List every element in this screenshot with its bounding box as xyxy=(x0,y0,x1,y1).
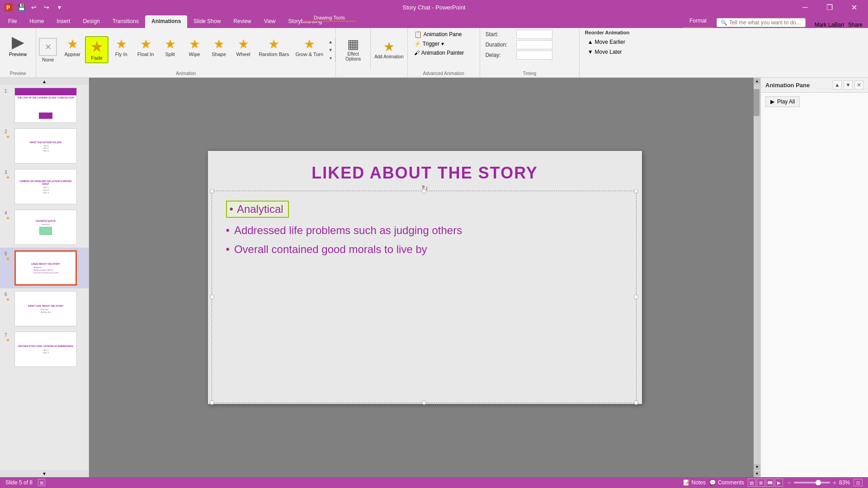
save-icon[interactable]: 💾 xyxy=(16,2,26,12)
tab-slideshow[interactable]: Slide Show xyxy=(187,15,227,28)
anim-fade[interactable]: ★ Fade xyxy=(85,36,108,63)
reading-view-button[interactable]: 📖 xyxy=(766,479,774,487)
preview-label: Preview xyxy=(9,52,27,57)
handle-bl[interactable] xyxy=(210,400,214,405)
scrollbar-thumb[interactable] xyxy=(754,89,760,116)
anim-wheel[interactable]: ★ Wheel xyxy=(231,36,255,59)
tell-me-box[interactable]: 🔍 xyxy=(717,18,806,27)
presenter-view-button[interactable]: ▶ xyxy=(775,479,783,487)
zoom-out-icon[interactable]: － xyxy=(787,479,792,487)
anim-appear[interactable]: ★ Appear xyxy=(61,36,84,59)
anim-split[interactable]: ★ Split xyxy=(158,36,182,59)
title-bar-right: ─ ❐ ✕ xyxy=(795,0,864,14)
slide-thumb-7[interactable]: 7 ★ ANOTHER STORY, SONG, OR MOVIE OF REM… xyxy=(0,329,89,370)
slide-canvas[interactable]: LIKED ABOUT THE STORY ↻ xyxy=(208,151,642,404)
animation-pane-down-btn[interactable]: ▼ xyxy=(844,80,853,89)
anim-float-in[interactable]: ★ Float In xyxy=(134,36,157,59)
redo-icon[interactable]: ↪ xyxy=(42,2,52,12)
play-all-button[interactable]: ▶ Play All xyxy=(765,96,800,107)
tab-view[interactable]: View xyxy=(258,15,282,28)
start-input[interactable] xyxy=(516,30,552,39)
slide-thumb-1[interactable]: 1 THE LADY IN THE LOOKING GLASS: A REFLE… xyxy=(0,85,89,126)
tab-review[interactable]: Review xyxy=(227,15,257,28)
fit-slide-button[interactable]: ⊡ xyxy=(854,479,863,486)
tab-file[interactable]: File xyxy=(2,15,23,28)
preview-button[interactable]: ▶ Preview xyxy=(4,30,32,60)
shape-label: Shape xyxy=(212,52,226,57)
delay-input[interactable] xyxy=(516,51,552,60)
bullet-text-2: Addressed life problems such as judging … xyxy=(234,224,462,237)
minimize-button[interactable]: ─ xyxy=(795,0,816,14)
anim-grow-turn[interactable]: ★ Grow & Turn xyxy=(292,36,326,59)
slide-thumb-4[interactable]: 4 ★ FAVORITE QUOTE quote text xyxy=(0,207,89,248)
handle-bm[interactable] xyxy=(422,400,426,405)
trigger-button[interactable]: ⚡ Trigger ▾ xyxy=(411,40,447,48)
close-button[interactable]: ✕ xyxy=(844,0,864,14)
tab-transitions[interactable]: Transitions xyxy=(106,15,145,28)
slide-sorter-button[interactable]: ⊞ xyxy=(757,479,765,487)
canvas-scrollbar[interactable]: ▲ ▼ ▼ xyxy=(754,78,760,477)
handle-tr[interactable] xyxy=(634,189,638,193)
slide-layout-icon[interactable]: ⊞ xyxy=(38,479,45,486)
handle-tl[interactable] xyxy=(210,189,214,193)
scroll-more-arrow[interactable]: ▾ xyxy=(327,55,334,62)
anim-shape[interactable]: ★ Shape xyxy=(207,36,231,59)
rotate-handle-icon[interactable]: ↻ xyxy=(421,183,428,193)
anim-none[interactable]: ✕ None xyxy=(36,36,60,64)
tab-format[interactable]: Format xyxy=(683,15,713,28)
notes-button[interactable]: 📝 Notes xyxy=(683,479,706,486)
slide-thumb-5[interactable]: 5 ★ LIKED ABOUT THE STORY • Analytical• … xyxy=(0,248,89,288)
anim-random-bars[interactable]: ★ Random Bars xyxy=(256,36,292,59)
add-animation-button[interactable]: ★ Add Animation xyxy=(371,28,407,70)
slide-panel-scroll[interactable]: 1 THE LADY IN THE LOOKING GLASS: A REFLE… xyxy=(0,85,89,470)
timing-group-label: Timing xyxy=(523,71,536,76)
tell-me-input[interactable] xyxy=(729,19,802,26)
undo-icon[interactable]: ↩ xyxy=(29,2,39,12)
anim-wipe[interactable]: ★ Wipe xyxy=(183,36,206,59)
slide-1-number: 1 xyxy=(5,89,11,94)
duration-input[interactable] xyxy=(516,40,552,49)
tab-animations[interactable]: Animations xyxy=(145,15,187,28)
scroll-down-arrow[interactable]: ▼ xyxy=(327,47,334,54)
restore-button[interactable]: ❐ xyxy=(819,0,840,14)
handle-br[interactable] xyxy=(634,400,638,405)
tab-home[interactable]: Home xyxy=(23,15,50,28)
panel-scroll-down[interactable]: ▼ xyxy=(0,470,89,477)
anim-fly-in[interactable]: ★ Fly In xyxy=(109,36,133,59)
move-later-label: Move Later xyxy=(595,49,622,55)
scroll-up-arrow[interactable]: ▲ xyxy=(327,38,334,46)
handle-ml[interactable] xyxy=(210,295,214,299)
slide-thumb-6[interactable]: 6 ★ DIDN'T LIKE ABOUT THE STORY • One it… xyxy=(0,288,89,329)
animation-painter-button[interactable]: 🖌 Animation Painter xyxy=(411,49,467,57)
handle-mr[interactable] xyxy=(634,295,638,299)
move-earlier-icon: ▲ xyxy=(588,39,593,45)
zoom-slider-thumb[interactable] xyxy=(816,480,821,485)
move-later-icon: ▼ xyxy=(588,49,593,55)
fly-in-icon: ★ xyxy=(116,38,127,51)
scrollbar-up[interactable]: ▲ xyxy=(754,78,760,84)
zoom-in-icon[interactable]: ＋ xyxy=(832,479,837,487)
scrollbar-next-btn[interactable]: ▼ xyxy=(754,471,760,477)
animation-pane-up-btn[interactable]: ▲ xyxy=(833,80,842,89)
panel-scroll-up[interactable]: ▲ xyxy=(0,78,89,85)
animation-pane-close-btn[interactable]: ✕ xyxy=(854,80,863,89)
customize-icon[interactable]: ▾ xyxy=(54,2,64,12)
slide-thumb-2[interactable]: 2 ★ WHAT THE AUTHOR VALUES • Item 1• Ite… xyxy=(0,126,89,166)
move-earlier-button[interactable]: ▲ Move Earlier xyxy=(585,38,637,46)
move-later-button[interactable]: ▼ Move Later xyxy=(585,48,637,56)
share-button[interactable]: Share xyxy=(848,22,863,28)
comments-button[interactable]: 💬 Comments xyxy=(709,479,744,486)
painter-row: 🖌 Animation Painter xyxy=(411,49,476,57)
effect-options-label: Effect Options xyxy=(340,52,367,61)
zoom-slider[interactable] xyxy=(794,482,830,483)
slide-thumb-3[interactable]: 3 ★ COMMON LIFE PROBLEMS THE AUTHOR IS W… xyxy=(0,166,89,207)
normal-view-button[interactable]: ▤ xyxy=(748,479,756,487)
effect-options-button[interactable]: ▦ Effect Options xyxy=(336,28,371,70)
tab-design[interactable]: Design xyxy=(76,15,106,28)
slide-5-thumbnail: LIKED ABOUT THE STORY • Analytical• Addr… xyxy=(14,250,77,286)
animation-pane-button[interactable]: 📋 Animation Pane xyxy=(411,30,465,39)
tab-insert[interactable]: Insert xyxy=(50,15,76,28)
scrollbar-down-btn[interactable]: ▼ xyxy=(754,464,760,470)
ribbon-group-animation: ✕ None ★ Appear ★ Fade ★ Fly In ★ Float … xyxy=(36,28,336,77)
animation-pane-label: Animation Pane xyxy=(424,31,462,38)
